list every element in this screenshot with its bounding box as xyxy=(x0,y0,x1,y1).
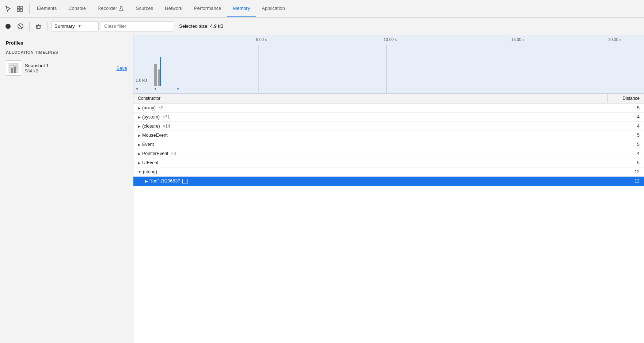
constructor-cell: ▶(closure) ×14 xyxy=(133,122,607,131)
count-badge: ×71 xyxy=(161,114,170,120)
expand-arrow-icon: ▶ xyxy=(138,124,141,128)
main-layout: Profiles ALLOCATION TIMELINES Snapshot 1 xyxy=(0,35,644,343)
table-row[interactable]: ▶(array) ×95 xyxy=(133,103,644,113)
timeline-area[interactable]: 5.00 s 10.00 s 15.00 s 20.00 s 1.0 kB xyxy=(133,35,644,94)
count-badge: ×3 xyxy=(170,151,176,156)
constructor-name: Event xyxy=(142,142,154,147)
content-area: 5.00 s 10.00 s 15.00 s 20.00 s 1.0 kB xyxy=(133,35,644,343)
svg-rect-0 xyxy=(17,6,19,8)
dot-2 xyxy=(155,88,156,90)
snapshot-info: Snapshot 1 984 kB xyxy=(25,63,113,74)
trash-icon xyxy=(35,23,41,29)
count-badge: ×14 xyxy=(162,124,170,129)
bar-blue-1 xyxy=(160,57,161,86)
snapshot-thumbnail-icon xyxy=(8,63,19,73)
snapshot-save-button[interactable]: Save xyxy=(116,65,127,71)
memory-toolbar: Summary ▼ Selected size: 4.9 kB xyxy=(0,18,644,35)
svg-rect-1 xyxy=(20,6,22,8)
record-button[interactable] xyxy=(3,21,13,31)
tab-memory[interactable]: Memory xyxy=(227,0,256,17)
expand-arrow-icon: ▼ xyxy=(138,170,141,174)
distance-cell: 12 xyxy=(607,167,644,177)
distance-cell: 12 xyxy=(607,177,644,186)
tab-elements[interactable]: Elements xyxy=(31,0,62,17)
table-row[interactable]: ▶Event5 xyxy=(133,140,644,149)
table-row[interactable]: ▶MouseEvent5 xyxy=(133,131,644,140)
count-badge: ×9 xyxy=(157,105,163,110)
table-row[interactable]: ▼(string)12 xyxy=(133,167,644,177)
table-header-row: Constructor Distance xyxy=(133,94,644,103)
time-label-10s: 10.00 s xyxy=(384,37,397,42)
tab-bar: Elements Console Recorder Sources Networ… xyxy=(0,0,644,18)
constructor-name: UIEvent xyxy=(142,160,158,165)
snapshot-name: Snapshot 1 xyxy=(25,63,113,68)
constructor-name: PointerEvent xyxy=(142,151,168,156)
chart-bars xyxy=(133,45,644,93)
distance-cell: 4 xyxy=(607,122,644,131)
stop-button[interactable] xyxy=(15,21,26,31)
table-container[interactable]: Constructor Distance ▶(array) ×95▶(syste… xyxy=(133,94,644,343)
expand-arrow-icon: ▶ xyxy=(138,133,141,137)
expand-arrow-icon: ▶ xyxy=(138,161,141,165)
stop-icon xyxy=(18,23,23,29)
constructor-name: "foo" @206637 xyxy=(149,178,180,184)
distance-cell: 4 xyxy=(607,149,644,158)
devtools-icons xyxy=(3,4,30,14)
table-row[interactable]: ▶(closure) ×144 xyxy=(133,122,644,131)
tab-console[interactable]: Console xyxy=(62,0,92,17)
constructor-cell: ▶PointerEvent ×3 xyxy=(133,149,607,158)
constructor-cell: ▶UIEvent xyxy=(133,158,607,167)
dropdown-arrow-icon: ▼ xyxy=(78,24,82,28)
constructor-cell: ▶(system) ×71 xyxy=(133,113,607,122)
tab-recorder[interactable]: Recorder xyxy=(92,0,130,17)
tab-sources[interactable]: Sources xyxy=(130,0,159,17)
constructor-cell: ▶(array) ×9 xyxy=(133,103,607,113)
selected-size-label: Selected size: 4.9 kB xyxy=(179,23,223,29)
toolbar-divider-2 xyxy=(47,22,48,31)
allocation-title: ALLOCATION TIMELINES xyxy=(0,49,133,57)
time-label-20s: 20.00 s xyxy=(608,37,621,42)
cursor-icon[interactable] xyxy=(3,4,13,14)
main-tabs: Elements Console Recorder Sources Networ… xyxy=(31,0,291,17)
bar-gray-1 xyxy=(154,64,157,86)
table-row[interactable]: ▶PointerEvent ×34 xyxy=(133,149,644,158)
table-row[interactable]: ▶"foo" @20663712 xyxy=(133,177,644,186)
expand-arrow-icon: ▶ xyxy=(145,179,148,183)
class-filter-input[interactable] xyxy=(101,21,174,31)
svg-rect-2 xyxy=(17,9,19,11)
constructor-cell: ▶Event xyxy=(133,140,607,149)
constructor-table: Constructor Distance ▶(array) ×95▶(syste… xyxy=(133,94,644,186)
tab-network[interactable]: Network xyxy=(159,0,188,17)
distance-cell: 5 xyxy=(607,140,644,149)
store-icon[interactable] xyxy=(182,179,187,184)
expand-arrow-icon: ▶ xyxy=(138,115,141,119)
svg-rect-20 xyxy=(14,67,16,73)
distance-cell: 5 xyxy=(607,158,644,167)
snapshot-icon xyxy=(6,60,21,76)
inspect-icon[interactable] xyxy=(15,4,25,14)
distance-cell: 5 xyxy=(607,103,644,113)
expand-arrow-icon: ▶ xyxy=(138,106,141,110)
constructor-header: Constructor xyxy=(133,94,607,103)
table-row[interactable]: ▶(system) ×714 xyxy=(133,113,644,122)
expand-arrow-icon: ▶ xyxy=(138,143,141,147)
snapshot-item[interactable]: Snapshot 1 984 kB Save xyxy=(0,57,133,79)
svg-rect-3 xyxy=(20,9,22,11)
tab-application[interactable]: Application xyxy=(256,0,291,17)
summary-label: Summary xyxy=(54,23,75,29)
time-label-5s: 5.00 s xyxy=(256,37,267,42)
tab-performance[interactable]: Performance xyxy=(188,0,227,17)
clear-button[interactable] xyxy=(33,21,43,31)
table-row[interactable]: ▶UIEvent5 xyxy=(133,158,644,167)
expand-arrow-icon: ▶ xyxy=(138,152,141,156)
constructor-name: MouseEvent xyxy=(142,133,167,138)
summary-dropdown[interactable]: Summary ▼ xyxy=(51,21,99,31)
dot-3 xyxy=(177,88,179,90)
svg-line-6 xyxy=(19,25,22,28)
constructor-cell: ▶MouseEvent xyxy=(133,131,607,140)
constructor-name: (closure) xyxy=(142,124,160,129)
svg-rect-19 xyxy=(11,68,13,73)
dot-1 xyxy=(136,88,138,90)
constructor-name: (string) xyxy=(143,169,157,174)
constructor-name: (array) xyxy=(142,105,156,110)
